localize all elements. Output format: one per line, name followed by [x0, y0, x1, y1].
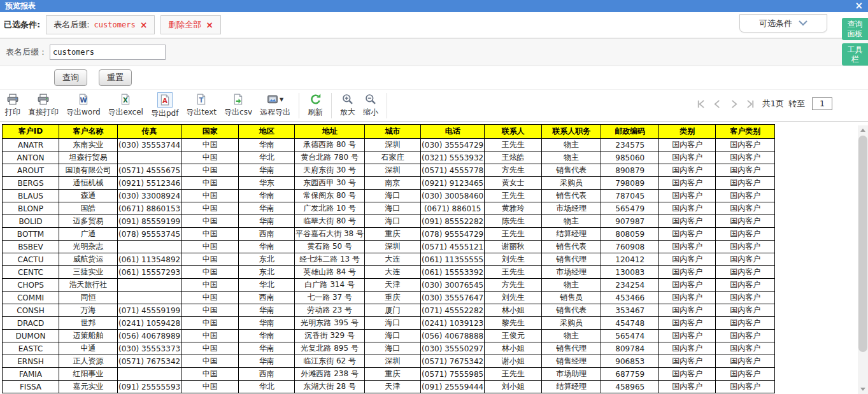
vertical-scrollbar[interactable]: [858, 125, 868, 394]
table-cell: 华南: [239, 241, 295, 253]
table-cell: (0571) 4555121: [421, 241, 485, 253]
table-cell: 中国: [181, 342, 239, 355]
prev-page-icon[interactable]: [713, 99, 722, 109]
table-cell: 565479: [601, 202, 659, 215]
query-panel-button[interactable]: 查询面板: [842, 18, 868, 40]
condition-tag-remove-all: 删除全部 ×: [160, 15, 221, 34]
table-cell: DUMON: [3, 330, 59, 342]
table-cell: (030) 35553744: [118, 139, 181, 151]
scrollbar-thumb[interactable]: [858, 136, 867, 352]
table-cell: 国内客户: [659, 228, 716, 241]
table-suffix-input[interactable]: [50, 45, 166, 60]
table-cell: 红阳事业: [59, 368, 118, 381]
window-title: 预览报表: [5, 1, 36, 11]
table-cell: 林小姐: [485, 342, 542, 355]
next-page-icon[interactable]: [729, 99, 739, 109]
table-cell: 威航货运: [59, 253, 118, 266]
toolbar-button-label: 刷新: [308, 107, 323, 118]
pdf-doc-icon: A: [157, 92, 173, 108]
table-cell: ERNSH: [3, 355, 59, 368]
query-button[interactable]: 查询: [54, 69, 87, 86]
dropdown-caret-icon[interactable]: ▼: [280, 97, 283, 102]
table-cell: 中国: [181, 355, 239, 368]
table-cell: FAMIA: [3, 368, 59, 381]
table-cell: 国内客户: [659, 177, 716, 190]
export-text-button[interactable]: T导出text: [182, 92, 220, 118]
table-cell: COMMI: [3, 292, 59, 304]
table-row: CONSH万海(071) 45559199中国华南劳动路 23 号厦门(071)…: [3, 304, 775, 317]
table-cell: 销售代理: [542, 342, 601, 355]
table-cell: (078) 95553745: [118, 228, 181, 241]
table-cell: 海口: [365, 330, 421, 342]
table-cell: 临江东街 62 号: [295, 355, 365, 368]
zoom-in-button[interactable]: 放大: [336, 92, 359, 118]
toolbar-button-label: 导出csv: [224, 107, 252, 118]
selected-conditions-bar: 已选条件: 表名后缀: customers × 删除全部 × 可选条件: [0, 12, 868, 38]
table-cell: 华南: [239, 190, 295, 202]
table-cell: 453466: [601, 292, 659, 304]
last-page-icon[interactable]: [746, 99, 755, 109]
table-cell: 华南: [239, 355, 295, 368]
table-cell: (091) 25559444: [421, 381, 485, 393]
table-cell: 天津: [365, 381, 421, 393]
first-page-icon[interactable]: [696, 99, 706, 109]
table-cell: 东北: [239, 266, 295, 279]
table-cell: 光明东路 395 号: [295, 317, 365, 330]
table-cell: 国内客户: [659, 317, 716, 330]
condition-tag-value: customers: [94, 20, 136, 29]
table-cell: 销售代表: [542, 164, 601, 177]
table-cell: 销售代表: [542, 241, 601, 253]
direct-print-button[interactable]: 直接打印: [24, 92, 62, 118]
export-word-button[interactable]: W导出word: [62, 92, 104, 118]
remote-export-button[interactable]: ▼远程导出: [256, 92, 294, 118]
table-cell: 市场经理: [542, 202, 601, 215]
table-cell: 国内客户: [716, 279, 775, 292]
table-cell: DRACD: [3, 317, 59, 330]
table-cell: 华南: [239, 164, 295, 177]
export-pdf-button[interactable]: A导出pdf: [147, 92, 182, 120]
scroll-down-icon[interactable]: [858, 384, 868, 394]
close-icon[interactable]: ×: [855, 1, 863, 11]
table-cell: 深圳: [365, 355, 421, 368]
table-cell: 石家庄: [365, 151, 421, 164]
table-cell: 国内客户: [659, 279, 716, 292]
remove-all-icon[interactable]: ×: [206, 20, 213, 30]
optional-conditions-button[interactable]: 可选条件: [739, 14, 827, 32]
table-cell: 中国: [181, 253, 239, 266]
toolbar-button-label: 直接打印: [28, 107, 59, 118]
refresh-button[interactable]: 刷新: [304, 92, 327, 118]
toolbar-side-button[interactable]: 工具栏: [842, 43, 868, 66]
table-cell: 565474: [601, 330, 659, 342]
zoom-out-button[interactable]: 缩小: [359, 92, 382, 118]
table-cell: 国内客户: [659, 381, 716, 393]
table-cell: 国内客户: [659, 202, 716, 215]
column-header: 联系人: [485, 125, 542, 139]
table-cell: [118, 368, 181, 381]
table-cell: 东南实业: [59, 139, 118, 151]
table-cell: 760908: [601, 241, 659, 253]
table-cell: 国内客户: [716, 215, 775, 228]
table-cell: 国内客户: [716, 266, 775, 279]
column-header: 传真: [118, 125, 181, 139]
export-excel-button[interactable]: X导出excel: [104, 92, 147, 118]
table-cell: 采购员: [542, 177, 601, 190]
table-row: BLONP国皓(0671) 8860153中国华南广发北路 10 号海口(067…: [3, 202, 775, 215]
print-button[interactable]: 打印: [1, 92, 24, 118]
table-cell: 国内客户: [659, 139, 716, 151]
table-cell: 东北: [239, 253, 295, 266]
table-cell: 808059: [601, 228, 659, 241]
table-cell: BSBEV: [3, 241, 59, 253]
table-cell: 国内客户: [659, 190, 716, 202]
remove-condition-icon[interactable]: ×: [140, 20, 148, 30]
reset-button[interactable]: 重置: [99, 69, 132, 86]
export-csv-button[interactable]: 导出csv: [220, 92, 256, 118]
excel-doc-icon: X: [120, 92, 131, 106]
table-cell: 王炫皓: [485, 151, 542, 164]
table-cell: (0321) 5553932: [421, 151, 485, 164]
table-cell: 厦门: [365, 304, 421, 317]
table-cell: 森通: [59, 190, 118, 202]
page-number-input[interactable]: [812, 97, 832, 110]
table-cell: 华北: [239, 279, 295, 292]
scroll-up-icon[interactable]: [858, 125, 868, 135]
table-cell: 谢丽秋: [485, 241, 542, 253]
